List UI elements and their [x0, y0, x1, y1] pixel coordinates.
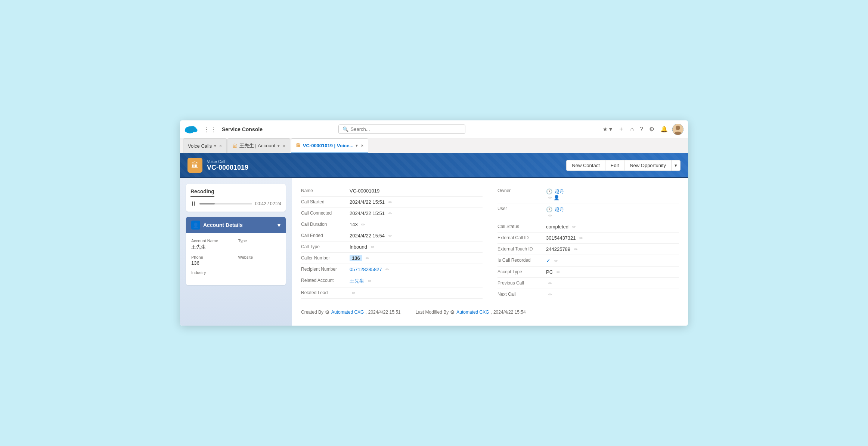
- left-panel: Recoding ⏸ 00:42 / 02:24: [180, 178, 292, 326]
- name-label: Name: [301, 188, 350, 193]
- external-call-id-pair: External Call ID 30154437321 ✏: [497, 233, 679, 244]
- recording-section: Recoding ⏸ 00:42 / 02:24: [186, 184, 286, 212]
- tab-wang-account-label: 王先生 | Account: [239, 142, 276, 149]
- phone-value: 136: [191, 260, 234, 266]
- phone-field: Phone 136: [191, 255, 234, 266]
- is-call-recorded-edit[interactable]: ✏: [554, 258, 558, 264]
- call-status-edit[interactable]: ✏: [572, 224, 576, 230]
- call-connected-value: 2024/4/22 15:51 ✏: [350, 210, 483, 216]
- next-call-value: ✏: [546, 292, 679, 297]
- call-duration-edit[interactable]: ✏: [361, 222, 365, 227]
- search-bar: 🔍: [338, 124, 465, 134]
- call-connected-label: Call Connected: [301, 210, 350, 216]
- external-call-id-label: External Call ID: [497, 235, 546, 240]
- call-status-label: Call Status: [497, 224, 546, 229]
- created-by-label: Created By: [301, 310, 323, 315]
- tab-voice-calls-dropdown[interactable]: ▾: [214, 144, 216, 148]
- actions-dropdown-button[interactable]: ▾: [671, 160, 681, 171]
- user-pair: User 🕐 赵丹 ✏: [497, 203, 679, 221]
- user-avatar[interactable]: [672, 124, 683, 135]
- last-modified-label: Last Modified By: [416, 310, 449, 315]
- created-by-name[interactable]: Automated CXG: [331, 310, 364, 315]
- record-header-left: 🏛 Voice Call VC-00001019: [187, 158, 248, 173]
- account-icon: 👤: [191, 221, 200, 230]
- related-account-edit[interactable]: ✏: [368, 279, 372, 284]
- call-type-edit[interactable]: ✏: [371, 244, 375, 250]
- website-label: Website: [238, 255, 281, 259]
- nav-icons-right: ★ ▾ ＋ ⌂ ? ⚙ 🔔: [601, 124, 683, 135]
- recipient-number-edit[interactable]: ✏: [385, 267, 389, 272]
- caller-number-value: 136 ✏: [350, 255, 483, 261]
- tab-voice-calls[interactable]: Voice Calls ▾ ×: [183, 138, 227, 153]
- record-header: 🏛 Voice Call VC-00001019 New Contact Edi…: [180, 153, 688, 178]
- tab-vc-record-close[interactable]: ×: [361, 143, 363, 148]
- last-modified-name[interactable]: Automated CXG: [456, 310, 489, 315]
- top-nav: ⋮⋮ Service Console 🔍 ★ ▾ ＋ ⌂ ? ⚙ 🔔: [180, 120, 688, 138]
- footer-row: Created By ⚙ Automated CXG , 2024/4/22 1…: [301, 302, 679, 318]
- call-connected-edit[interactable]: ✏: [388, 211, 392, 216]
- favorites-button[interactable]: ★ ▾: [601, 124, 614, 134]
- created-by-separator: ,: [365, 310, 366, 315]
- right-panel: Name VC-00001019 Call Started 2024/4/22 …: [292, 178, 688, 326]
- settings-button[interactable]: ⚙: [648, 124, 656, 134]
- record-title-group: Voice Call VC-00001019: [207, 159, 248, 172]
- previous-call-value: ✏: [546, 280, 679, 286]
- owner-value: 🕐 赵丹 ✏ 👤: [546, 188, 679, 200]
- audio-progress-bar[interactable]: [199, 203, 252, 204]
- owner-edit[interactable]: ✏: [548, 195, 552, 200]
- tab-vc-record[interactable]: 🏛 VC-00001019 | Voice... ▾ ×: [291, 138, 368, 153]
- caller-number-edit[interactable]: ✏: [366, 256, 369, 261]
- record-id: VC-00001019: [207, 164, 248, 172]
- notifications-button[interactable]: 🔔: [659, 124, 669, 134]
- type-label: Type: [238, 239, 281, 243]
- owner-label: Owner: [497, 188, 546, 193]
- call-ended-edit[interactable]: ✏: [388, 233, 392, 239]
- account-details-section: 👤 Account Details ▾ Account Name 王先生: [186, 217, 286, 285]
- user-clock-icon: 🕐: [546, 206, 552, 212]
- tab-vc-record-dropdown[interactable]: ▾: [356, 143, 358, 148]
- home-button[interactable]: ⌂: [629, 124, 635, 134]
- account-name-field: Account Name 王先生: [191, 239, 234, 250]
- call-status-value: completed ✏: [546, 224, 679, 230]
- related-lead-edit[interactable]: ✏: [352, 290, 356, 296]
- previous-call-label: Previous Call: [497, 280, 546, 286]
- accept-type-label: Accept Type: [497, 269, 546, 274]
- call-status-pair: Call Status completed ✏: [497, 221, 679, 233]
- call-started-edit[interactable]: ✏: [388, 200, 392, 205]
- help-button[interactable]: ?: [638, 124, 645, 134]
- industry-label: Industry: [191, 270, 234, 275]
- salesforce-logo[interactable]: [185, 123, 198, 136]
- tab-wang-account[interactable]: 🏛 王先生 | Account ▾ ×: [227, 138, 290, 153]
- tab-wang-account-dropdown[interactable]: ▾: [278, 144, 280, 148]
- accept-type-value: PC ✏: [546, 269, 679, 275]
- new-opportunity-button[interactable]: New Opportunity: [624, 160, 671, 171]
- call-started-value: 2024/4/22 15:51 ✏: [350, 199, 483, 205]
- last-modified-date: 2024/4/22 15:54: [493, 310, 526, 315]
- edit-button[interactable]: Edit: [605, 160, 624, 171]
- call-connected-pair: Call Connected 2024/4/22 15:51 ✏: [301, 208, 483, 219]
- tab-wang-account-close[interactable]: ×: [283, 144, 285, 148]
- external-touch-id-edit[interactable]: ✏: [574, 247, 578, 252]
- industry-field: Industry: [191, 270, 234, 276]
- search-input[interactable]: [351, 126, 461, 132]
- tab-bar: Voice Calls ▾ × 🏛 王先生 | Account ▾ × 🏛 VC…: [180, 138, 688, 153]
- add-button[interactable]: ＋: [617, 124, 626, 135]
- next-call-pair: Next Call ✏: [497, 289, 679, 300]
- previous-call-edit[interactable]: ✏: [548, 281, 552, 286]
- new-contact-button[interactable]: New Contact: [566, 160, 605, 171]
- user-edit[interactable]: ✏: [548, 213, 552, 218]
- account-details-collapse[interactable]: ▾: [278, 222, 280, 229]
- account-details-header-left: 👤 Account Details: [191, 221, 243, 230]
- name-field-pair: Name VC-00001019: [301, 185, 483, 197]
- next-call-edit[interactable]: ✏: [548, 292, 552, 297]
- tab-voice-calls-close[interactable]: ×: [219, 144, 221, 148]
- type-field: Type: [238, 239, 281, 250]
- pause-button[interactable]: ⏸: [190, 200, 196, 207]
- external-touch-id-pair: External Touch ID 244225789 ✏: [497, 244, 679, 255]
- app-launcher-button[interactable]: ⋮⋮: [202, 124, 218, 135]
- related-account-value: 王先生 ✏: [350, 278, 483, 284]
- audio-time: 00:42 / 02:24: [255, 201, 281, 206]
- created-by-date: 2024/4/22 15:51: [368, 310, 401, 315]
- external-call-id-edit[interactable]: ✏: [579, 236, 583, 241]
- accept-type-edit[interactable]: ✏: [557, 270, 560, 275]
